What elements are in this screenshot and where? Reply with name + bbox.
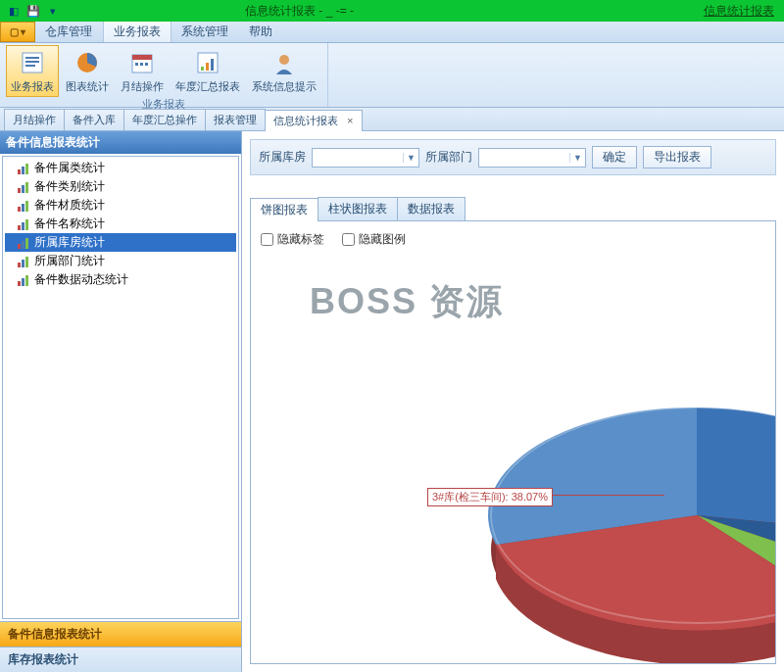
calendar-icon [127, 48, 157, 77]
ribbon-btn-monthly[interactable]: 月结操作 [116, 45, 169, 97]
label-department: 所属部门 [425, 149, 472, 166]
doc-tab-annual[interactable]: 年度汇总操作 [123, 109, 206, 130]
ribbon-btn-sysinfo[interactable]: 系统信息提示 [247, 45, 321, 97]
svg-rect-28 [22, 241, 24, 249]
sidebar-footer-item-parts[interactable]: 备件信息报表统计 [0, 621, 241, 647]
chart-icon [73, 48, 102, 77]
ribbon-label: 系统信息提示 [252, 79, 317, 94]
svg-rect-15 [18, 169, 21, 174]
menu-item-help[interactable]: 帮助 [239, 22, 283, 42]
tab-pie[interactable]: 饼图报表 [250, 198, 318, 221]
ribbon: 业务报表 图表统计 月结操作 年度汇总报表 [0, 43, 784, 108]
annual-icon [193, 48, 222, 77]
content-area: 所属库房 ▼ 所属部门 ▼ 确定 导出报表 饼图报表 柱状图报表 数据报表 隐藏… [242, 131, 784, 672]
svg-rect-9 [145, 63, 148, 66]
file-menu-button[interactable]: ▢ ▾ [0, 22, 35, 42]
svg-rect-8 [140, 63, 143, 66]
window-title-right: 信息统计报表 [704, 3, 774, 20]
label-warehouse: 所属库房 [259, 149, 306, 166]
ribbon-label: 年度汇总报表 [175, 79, 240, 94]
svg-rect-2 [25, 61, 39, 63]
stat-icon [17, 217, 32, 231]
svg-rect-23 [25, 201, 28, 212]
menubar: ▢ ▾ 仓库管理 业务报表 系统管理 帮助 [0, 22, 784, 43]
pie-slice-label: 3#库(检三车间): 38.07% [427, 488, 553, 506]
svg-rect-20 [25, 182, 28, 193]
filter-bar: 所属库房 ▼ 所属部门 ▼ 确定 导出报表 [250, 139, 776, 175]
svg-rect-17 [25, 164, 28, 174]
tree-item[interactable]: 备件名称统计 [5, 215, 236, 233]
svg-rect-11 [201, 67, 204, 71]
svg-rect-21 [18, 207, 21, 212]
svg-rect-25 [22, 222, 24, 230]
stat-icon [17, 199, 32, 213]
doc-tab-monthly[interactable]: 月结操作 [4, 109, 65, 130]
close-icon[interactable]: × [347, 115, 353, 126]
doc-tab-inbound[interactable]: 备件入库 [64, 109, 124, 130]
ribbon-group-business: 业务报表 图表统计 月结操作 年度汇总报表 [0, 43, 328, 107]
tree-item[interactable]: 备件属类统计 [5, 159, 236, 177]
svg-rect-30 [18, 263, 21, 267]
chevron-down-icon: ▼ [569, 153, 585, 163]
svg-rect-32 [25, 257, 28, 267]
watermark-text: BOSS 资源 [310, 278, 504, 326]
stat-icon [17, 255, 32, 268]
ok-button[interactable]: 确定 [592, 146, 637, 168]
ribbon-btn-chart[interactable]: 图表统计 [61, 45, 114, 97]
ribbon-label: 月结操作 [121, 79, 164, 94]
tab-data[interactable]: 数据报表 [397, 197, 466, 220]
user-info-icon [270, 48, 299, 77]
svg-rect-34 [22, 278, 24, 286]
sidebar-footer-item-stock[interactable]: 库存报表统计 [0, 647, 241, 672]
checkbox-hide-legend[interactable]: 隐藏图例 [342, 231, 406, 248]
svg-rect-7 [135, 63, 138, 66]
combo-warehouse[interactable]: ▼ [312, 148, 419, 168]
svg-point-14 [279, 55, 289, 65]
ribbon-btn-annual[interactable]: 年度汇总报表 [171, 45, 245, 97]
tree-item[interactable]: 备件数据动态统计 [5, 270, 236, 289]
ribbon-label: 业务报表 [11, 79, 54, 94]
svg-rect-13 [211, 59, 214, 71]
svg-rect-29 [25, 238, 28, 249]
tree-item[interactable]: 备件类别统计 [5, 177, 236, 196]
menu-item-warehouse[interactable]: 仓库管理 [35, 22, 103, 42]
svg-rect-35 [25, 275, 28, 286]
doc-tab-report-mgmt[interactable]: 报表管理 [205, 109, 266, 130]
window-title: 信息统计报表 - _ -= - [245, 3, 539, 20]
svg-rect-18 [18, 188, 21, 193]
svg-rect-24 [18, 225, 21, 230]
report-icon [18, 48, 47, 77]
svg-rect-19 [22, 185, 24, 193]
sidebar-footer: 备件信息报表统计 库存报表统计 [0, 621, 241, 672]
export-button[interactable]: 导出报表 [643, 146, 711, 168]
combo-department[interactable]: ▼ [478, 148, 586, 168]
qat-dropdown-icon[interactable]: ▾ [45, 3, 61, 19]
menu-item-system[interactable]: 系统管理 [172, 22, 239, 42]
tree-item[interactable]: 所属部门统计 [5, 252, 236, 270]
doc-tab-stats[interactable]: 信息统计报表 × [265, 110, 363, 131]
chart-tabs: 饼图报表 柱状图报表 数据报表 [250, 197, 776, 221]
svg-rect-1 [25, 57, 39, 59]
checkbox-input[interactable] [342, 233, 355, 246]
tree-item[interactable]: 备件材质统计 [5, 196, 236, 215]
svg-rect-26 [25, 219, 28, 230]
tab-bar[interactable]: 柱状图报表 [318, 197, 398, 220]
app-icon: ◧ [6, 3, 22, 19]
ribbon-label: 图表统计 [66, 79, 109, 94]
stat-icon [17, 180, 32, 194]
stat-icon [17, 162, 32, 175]
checkbox-hide-label[interactable]: 隐藏标签 [261, 231, 324, 248]
ribbon-btn-report[interactable]: 业务报表 [6, 45, 59, 97]
checkbox-input[interactable] [261, 233, 273, 246]
svg-rect-12 [206, 63, 209, 71]
sidebar-header: 备件信息报表统计 [0, 131, 241, 154]
window-titlebar: ◧ 💾 ▾ 信息统计报表 - _ -= - 信息统计报表 [0, 0, 784, 22]
sidebar-tree[interactable]: 备件属类统计 备件类别统计 备件材质统计 备件名称统计 所属库房统计 所属部门统… [2, 156, 239, 619]
menu-item-business-report[interactable]: 业务报表 [103, 22, 172, 42]
stat-icon [17, 273, 32, 287]
svg-rect-3 [25, 65, 35, 67]
tree-item-selected[interactable]: 所属库房统计 [5, 233, 236, 252]
svg-rect-22 [22, 204, 24, 212]
qat-save-icon[interactable]: 💾 [25, 3, 41, 19]
svg-rect-6 [132, 55, 152, 60]
